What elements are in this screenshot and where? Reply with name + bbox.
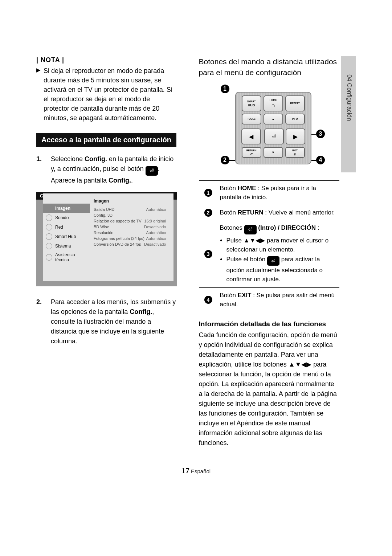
remote-diagram: 1 2 3 4 SMARTHUB HOME⌂ REPEAT TOOLS ▲ — [199, 85, 340, 172]
remote-smart-hub-button[interactable]: SMARTHUB — [242, 95, 261, 111]
sub-bullet-1: Pulse ▲▼◀▶ para mover el cursor o selecc… — [226, 236, 338, 254]
step-1-text: Seleccione Config. en la pantalla de ini… — [51, 154, 177, 185]
remote-left-button[interactable]: ◀ — [241, 128, 261, 144]
remote-repeat-button[interactable]: REPEAT — [285, 95, 305, 111]
remote-return-button[interactable]: RETURN↶ — [242, 147, 261, 158]
config-row: Relación de aspecto de TV16:9 original — [94, 218, 166, 224]
home-icon: ⌂ — [271, 102, 275, 109]
config-side-sistema: Sistema — [43, 241, 90, 251]
nota-text: Si deja el reproductor en modo de parada… — [44, 66, 177, 123]
remote-up-button[interactable]: ▲ — [264, 114, 283, 124]
config-side-sonido: Sonido — [43, 213, 90, 222]
sub-bullet-2: Pulse el botón ⏎ para activar la opción … — [226, 255, 338, 284]
side-tab: 04 Configuración — [341, 56, 356, 172]
red-icon — [46, 224, 52, 230]
row-num-2: 2 — [204, 209, 212, 217]
sonido-icon — [46, 214, 52, 221]
step-2-number: 2. — [36, 297, 44, 346]
callout-1: 1 — [221, 85, 229, 93]
callout-4: 4 — [316, 156, 325, 164]
config-side-smarthub: Smart Hub — [43, 232, 90, 241]
config-main: Imagen Salida UHDAutomático Config. 3D R… — [90, 197, 170, 273]
enter-icon: ⏎ — [272, 134, 276, 139]
config-side-imagen: Imagen — [43, 204, 90, 213]
config-sidebar: Imagen Sonido Red Smart Hub Sistema Asis… — [43, 197, 90, 273]
right-title: Botones del mando a distancia utilizados… — [199, 56, 340, 78]
enter-icon: ⏎ — [267, 256, 279, 266]
config-screenshot: Config. Imagen Sonido Red Smart Hub Sist… — [36, 192, 177, 286]
remote-exit-button[interactable]: EXIT⎋ — [285, 147, 305, 158]
row-num-4: 4 — [204, 296, 212, 304]
step-2-text: Para acceder a los menús, los submenús y… — [51, 297, 177, 346]
config-row: Conversión DVD de 24 fpsDesactivado — [94, 241, 166, 247]
page-number: 17 — [181, 466, 189, 475]
config-row: BD WiseDesactivado — [94, 224, 166, 230]
exit-icon: ⎋ — [294, 152, 296, 156]
arrow-right-icon: ▶ — [293, 133, 298, 140]
imagen-icon — [46, 205, 52, 212]
config-row: Config. 3D — [94, 212, 166, 218]
row-num-3: 3 — [204, 250, 212, 258]
arrow-left-icon: ◀ — [249, 133, 253, 140]
config-row: Salida UHDAutomático — [94, 207, 166, 212]
enter-icon: ⏎ — [244, 225, 257, 234]
table-row: 4 Botón EXIT : Se pulsa para salir del m… — [199, 288, 340, 312]
row-num-1: 1 — [204, 189, 212, 197]
footer-lang: Español — [191, 468, 211, 474]
config-side-asistencia: Asistencia técnica — [43, 251, 90, 264]
nota-marker: ▶ — [36, 66, 41, 123]
remote-home-button[interactable]: HOME⌂ — [264, 95, 283, 111]
config-row: ResoluciónAutomático — [94, 230, 166, 236]
side-tab-text: 04 Configuración — [346, 74, 353, 121]
remote-enter-button[interactable]: ⏎ — [264, 128, 284, 144]
callout-3: 3 — [316, 130, 325, 138]
remote-right-button[interactable]: ▶ — [286, 128, 305, 144]
section-bar-acceso: Acceso a la pantalla de configuración — [36, 133, 176, 147]
remote-info-button[interactable]: INFO — [285, 114, 305, 124]
nota-label: | NOTA | — [36, 56, 177, 64]
smarthub-icon — [46, 233, 52, 240]
remote-button-table: 1 Botón HOME : Se pulsa para ir a la pan… — [199, 180, 340, 312]
table-row: 1 Botón HOME : Se pulsa para ir a la pan… — [199, 181, 340, 205]
config-row: Fotogramas película (24 fps)Automático — [94, 236, 166, 241]
enter-icon: ⏎ — [146, 166, 158, 176]
sistema-icon — [46, 243, 52, 249]
table-row: 3 Botones ⏎ (Intro) / DIRECCIÓN : Pulse … — [199, 220, 340, 288]
remote-down-button[interactable]: ▼ — [264, 147, 283, 158]
sub-heading: Información detallada de las funciones — [199, 320, 340, 328]
remote-tools-button[interactable]: TOOLS — [242, 114, 261, 124]
arrow-down-icon: ▼ — [271, 151, 275, 154]
step-1-number: 1. — [36, 154, 44, 185]
config-side-red: Red — [43, 222, 90, 232]
return-icon: ↶ — [250, 152, 253, 156]
table-row: 2 Botón RETURN : Vuelve al menú anterior… — [199, 205, 340, 220]
function-detail-para: Cada función de configuración, opción de… — [199, 330, 340, 448]
arrow-up-icon: ▲ — [271, 117, 275, 121]
asistencia-icon — [46, 254, 52, 261]
page-footer: 17 Español — [36, 466, 356, 475]
